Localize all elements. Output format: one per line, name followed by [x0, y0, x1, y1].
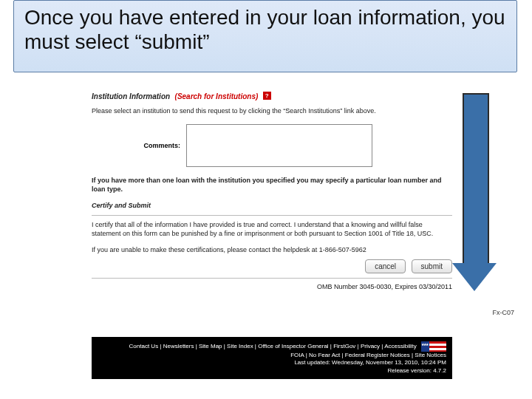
section-header: Institution Information (Search for Inst…	[92, 89, 452, 102]
comments-label: Comments:	[92, 142, 186, 149]
submit-button[interactable]: submit	[412, 259, 452, 273]
instruction-banner: Once you have entered in your loan infor…	[13, 0, 517, 72]
instruction-text: Please select an institution to send thi…	[92, 106, 452, 115]
comments-input[interactable]	[186, 124, 372, 167]
page-footer: Contact Us | Newsletters | Site Map | Si…	[92, 337, 452, 379]
certify-title: Certify and Submit	[92, 201, 452, 210]
help-icon[interactable]: ?	[263, 92, 271, 100]
callout-arrow-icon	[454, 93, 495, 293]
multi-loan-note: If you have more than one loan with the …	[92, 176, 452, 194]
footer-links-2[interactable]: FOIA | No Fear Act | Federal Register No…	[98, 352, 446, 359]
cancel-button[interactable]: cancel	[365, 259, 406, 273]
form-area: Institution Information (Search for Inst…	[92, 89, 452, 290]
comments-row: Comments:	[92, 124, 452, 167]
usa-flag-icon	[421, 341, 446, 352]
footer-links[interactable]: Contact Us | Newsletters | Site Map | Si…	[129, 343, 417, 349]
search-institutions-link[interactable]: (Search for Institutions)	[175, 92, 259, 100]
divider-2	[92, 278, 452, 279]
certify-text: I certify that all of the information I …	[92, 220, 452, 238]
footer-updated: Last updated: Wednesday, November 13, 20…	[98, 359, 446, 366]
omb-number: OMB Number 3045-0030, Expires 03/30/2011	[92, 283, 452, 290]
button-row: cancel submit	[92, 259, 452, 273]
form-code: Fx-C07	[492, 309, 514, 316]
section-title: Institution Information	[92, 92, 170, 100]
divider	[92, 215, 452, 216]
helpdesk-text: If you are unable to make these certific…	[92, 245, 452, 254]
footer-release: Release version: 4.7.2	[98, 367, 446, 375]
banner-text: Once you have entered in your loan infor…	[24, 5, 506, 54]
